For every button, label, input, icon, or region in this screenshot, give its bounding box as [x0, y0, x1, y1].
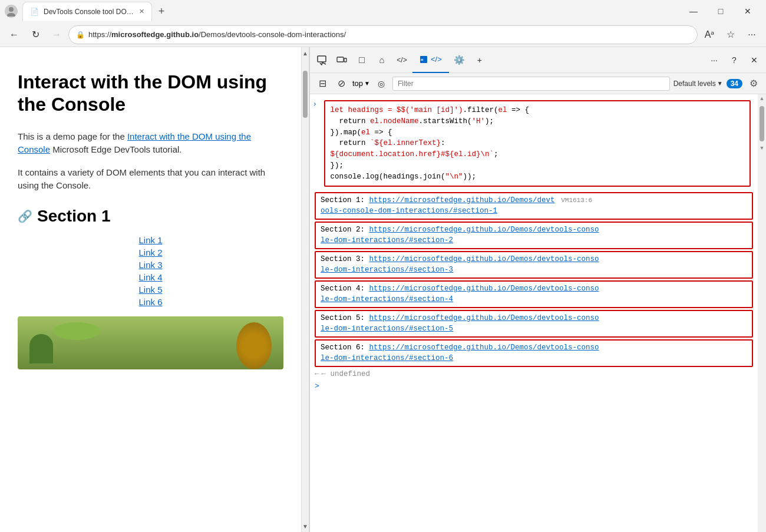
- description-paragraph: It contains a variety of DOM elements th…: [18, 166, 283, 193]
- eye-button[interactable]: ◎: [374, 76, 389, 91]
- console-toolbar: ⊟ ⊘ top ▼ ◎ Default levels ▼ 34 ⚙: [310, 73, 766, 94]
- devtools-close-button[interactable]: ✕: [745, 51, 764, 70]
- output-link-3b[interactable]: le-dom-interactions/#section-3: [321, 266, 453, 274]
- input-arrow-icon: ›: [312, 99, 317, 108]
- section-link-5[interactable]: Link 5: [138, 285, 162, 295]
- console-scroll-track[interactable]: [758, 106, 766, 141]
- maximize-button[interactable]: □: [707, 2, 734, 21]
- left-arrow-icon: ←: [315, 370, 319, 378]
- home-tab[interactable]: ⌂: [372, 51, 391, 70]
- output-section-5: Section 5: https://microsoftedge.github.…: [315, 310, 753, 338]
- active-tab[interactable]: 📄 DevTools Console tool DOM inte ✕: [22, 2, 152, 21]
- new-tab-button[interactable]: +: [152, 2, 171, 21]
- navigation-bar: ← ↻ → 🔒 https://microsoftedge.github.io/…: [0, 22, 766, 47]
- output-section-6: Section 6: https://microsoftedge.github.…: [315, 339, 753, 367]
- tab-page-icon: 📄: [30, 8, 39, 16]
- svg-rect-3: [337, 57, 344, 62]
- more-options-icon[interactable]: ···: [742, 25, 761, 44]
- console-scroll-down[interactable]: ▼: [758, 144, 766, 153]
- output-section-2: Section 2: https://microsoftedge.github.…: [315, 222, 753, 249]
- top-frame-selector[interactable]: top ▼: [352, 79, 370, 88]
- console-sidebar-toggle[interactable]: ⊟: [315, 76, 330, 91]
- output-link-2b[interactable]: le-dom-interactions/#section-2: [321, 236, 453, 244]
- device-emulation-button[interactable]: [332, 51, 351, 70]
- section-link-6[interactable]: Link 6: [138, 297, 162, 307]
- page-title: Interact with the DOM using the Console: [18, 71, 283, 116]
- svg-rect-4: [344, 58, 346, 62]
- output-link-4[interactable]: https://microsoftedge.github.io/Demos/de…: [369, 285, 599, 293]
- log-levels-selector[interactable]: Default levels ▼: [673, 80, 723, 88]
- clear-console-button[interactable]: ⊘: [334, 76, 349, 91]
- svg-point-0: [9, 7, 14, 12]
- section-link-4[interactable]: Link 4: [138, 272, 162, 282]
- output-link-5[interactable]: https://microsoftedge.github.io/Demos/de…: [369, 314, 599, 322]
- scrollbar-track[interactable]: [302, 59, 309, 520]
- output-section-4: Section 4: https://microsoftedge.github.…: [315, 280, 753, 308]
- devtools-panel: □ ⌂ </> ≡ </> ⚙️ + ··· ? ✕ ⊟ ⊘ top: [309, 47, 766, 532]
- prompt-icon: >: [315, 382, 319, 391]
- favorites-icon[interactable]: ☆: [721, 25, 740, 44]
- console-settings-icon[interactable]: ⚙: [746, 76, 761, 91]
- intro-paragraph: This is a demo page for the Interact wit…: [18, 130, 283, 157]
- svg-rect-2: [318, 56, 326, 62]
- console-scrollbar[interactable]: ▲ ▼: [758, 94, 766, 532]
- console-filter-input[interactable]: [392, 77, 670, 91]
- devtools-help-button[interactable]: ?: [725, 51, 744, 70]
- code-input-entry: › let headings = $$('main [id]').filter(…: [310, 97, 758, 190]
- section-link-1[interactable]: Link 1: [138, 235, 162, 245]
- devtools-toolbar: □ ⌂ </> ≡ </> ⚙️ + ··· ? ✕: [310, 47, 766, 73]
- anchor-icon: 🔗: [18, 209, 32, 223]
- address-text: https://microsoftedge.github.io/Demos/de…: [88, 30, 690, 39]
- profile-icon[interactable]: [5, 5, 18, 18]
- page-scrollbar[interactable]: ▲ ▼: [301, 47, 309, 532]
- tab-title: DevTools Console tool DOM inte: [44, 8, 134, 16]
- levels-arrow-icon: ▼: [717, 80, 723, 87]
- back-button[interactable]: ←: [5, 25, 24, 44]
- read-aloud-icon[interactable]: Aᵃ: [700, 25, 719, 44]
- output-section-1: Section 1: https://microsoftedge.github.…: [315, 192, 753, 220]
- more-tools-button[interactable]: +: [470, 51, 489, 70]
- svg-point-1: [7, 13, 15, 16]
- output-link-6b[interactable]: le-dom-interactions/#section-6: [321, 354, 453, 362]
- scrollbar-down-arrow[interactable]: ▼: [302, 520, 309, 532]
- console-prompt[interactable]: >: [310, 379, 758, 393]
- output-link-5b[interactable]: le-dom-interactions/#section-5: [321, 325, 453, 333]
- output-link-1[interactable]: https://microsoftedge.github.io/Demos/de…: [369, 196, 555, 204]
- svg-text:≡: ≡: [421, 57, 424, 62]
- message-count-badge: 34: [727, 79, 742, 88]
- page-content: Interact with the DOM using the Console …: [0, 47, 301, 532]
- dropdown-arrow-icon: ▼: [364, 80, 370, 87]
- output-link-6[interactable]: https://microsoftedge.github.io/Demos/de…: [369, 343, 599, 352]
- section-link-3[interactable]: Link 3: [138, 260, 162, 270]
- close-button[interactable]: ✕: [734, 2, 761, 21]
- console-output: › let headings = $$('main [id]').filter(…: [310, 94, 766, 532]
- section1-heading: 🔗 Section 1: [18, 207, 283, 226]
- elements-tab[interactable]: □: [352, 51, 371, 70]
- performance-tab[interactable]: ⚙️: [450, 51, 469, 70]
- scrollbar-up-arrow[interactable]: ▲: [302, 47, 309, 59]
- forward-button: →: [47, 25, 66, 44]
- console-scroll-thumb[interactable]: [760, 106, 764, 141]
- minimize-button[interactable]: —: [680, 2, 707, 21]
- output-link-2[interactable]: https://microsoftedge.github.io/Demos/de…: [369, 226, 599, 234]
- console-tab[interactable]: ≡ </>: [412, 47, 449, 73]
- devtools-more-button[interactable]: ···: [705, 51, 724, 70]
- code-block: let headings = $$('main [id]').filter(el…: [324, 100, 751, 187]
- address-bar[interactable]: 🔒 https://microsoftedge.github.io/Demos/…: [68, 25, 698, 44]
- output-link-1b[interactable]: ools-console-dom-interactions/#section-1: [321, 207, 497, 215]
- section-link-2[interactable]: Link 2: [138, 247, 162, 257]
- refresh-button[interactable]: ↻: [26, 25, 45, 44]
- levels-label: Default levels: [673, 80, 716, 88]
- tab-close-icon[interactable]: ✕: [139, 8, 144, 15]
- inspect-element-button[interactable]: [312, 51, 331, 70]
- undefined-entry: ← ← undefined: [310, 369, 758, 379]
- output-section-3: Section 3: https://microsoftedge.github.…: [315, 251, 753, 279]
- output-link-4b[interactable]: le-dom-interactions/#section-4: [321, 295, 453, 303]
- sources-tab[interactable]: </>: [392, 51, 411, 70]
- content-area: Interact with the DOM using the Console …: [0, 47, 766, 532]
- scrollbar-thumb[interactable]: [303, 71, 308, 118]
- output-link-3[interactable]: https://microsoftedge.github.io/Demos/de…: [369, 255, 599, 263]
- console-scroll-up[interactable]: ▲: [758, 94, 766, 104]
- browser-window: 📄 DevTools Console tool DOM inte ✕ + — □…: [0, 0, 766, 532]
- lock-icon: 🔒: [76, 31, 85, 39]
